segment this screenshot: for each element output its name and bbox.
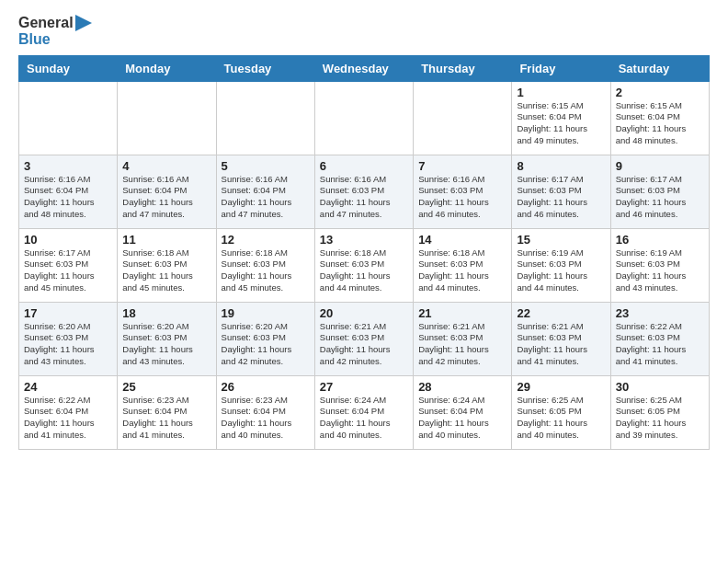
calendar-cell (314, 81, 413, 155)
day-info: Sunrise: 6:21 AMSunset: 6:03 PMDaylight:… (517, 321, 605, 368)
day-number: 18 (122, 306, 210, 320)
calendar-table: SundayMondayTuesdayWednesdayThursdayFrid… (18, 55, 710, 450)
day-number: 6 (320, 159, 408, 173)
calendar-cell: 13Sunrise: 6:18 AMSunset: 6:03 PMDayligh… (314, 228, 413, 302)
calendar-cell: 12Sunrise: 6:18 AMSunset: 6:03 PMDayligh… (216, 228, 314, 302)
day-info: Sunrise: 6:25 AMSunset: 6:05 PMDaylight:… (616, 395, 704, 442)
day-number: 14 (418, 233, 506, 247)
weekday-sunday: Sunday (19, 55, 118, 81)
day-info: Sunrise: 6:24 AMSunset: 6:04 PMDaylight:… (418, 395, 506, 442)
header: General Blue (18, 15, 710, 48)
day-info: Sunrise: 6:18 AMSunset: 6:03 PMDaylight:… (222, 247, 310, 294)
calendar-page: General Blue SundayMondayTuesdayWednesda… (0, 0, 728, 459)
calendar-cell: 27Sunrise: 6:24 AMSunset: 6:04 PMDayligh… (314, 375, 413, 449)
logo-arrow-icon (75, 15, 92, 31)
day-number: 2 (616, 86, 704, 99)
day-info: Sunrise: 6:16 AMSunset: 6:04 PMDaylight:… (122, 174, 210, 221)
day-number: 23 (616, 306, 704, 320)
day-info: Sunrise: 6:21 AMSunset: 6:03 PMDaylight:… (320, 321, 408, 368)
calendar-cell: 6Sunrise: 6:16 AMSunset: 6:03 PMDaylight… (314, 155, 413, 228)
day-number: 16 (616, 233, 704, 247)
day-info: Sunrise: 6:24 AMSunset: 6:04 PMDaylight:… (320, 395, 408, 442)
day-number: 15 (517, 233, 605, 247)
day-number: 3 (24, 159, 112, 173)
weekday-friday: Friday (512, 55, 610, 81)
calendar-cell: 4Sunrise: 6:16 AMSunset: 6:04 PMDaylight… (118, 155, 216, 228)
calendar-cell: 26Sunrise: 6:23 AMSunset: 6:04 PMDayligh… (216, 375, 314, 449)
calendar-cell: 17Sunrise: 6:20 AMSunset: 6:03 PMDayligh… (19, 302, 118, 375)
day-info: Sunrise: 6:17 AMSunset: 6:03 PMDaylight:… (616, 174, 704, 221)
calendar-cell: 18Sunrise: 6:20 AMSunset: 6:03 PMDayligh… (118, 302, 216, 375)
weekday-tuesday: Tuesday (216, 55, 314, 81)
day-info: Sunrise: 6:19 AMSunset: 6:03 PMDaylight:… (616, 247, 704, 294)
day-info: Sunrise: 6:16 AMSunset: 6:04 PMDaylight:… (24, 174, 112, 221)
calendar-cell (414, 81, 512, 155)
day-info: Sunrise: 6:17 AMSunset: 6:03 PMDaylight:… (24, 247, 112, 294)
day-number: 1 (517, 86, 605, 99)
calendar-cell: 16Sunrise: 6:19 AMSunset: 6:03 PMDayligh… (610, 228, 709, 302)
day-number: 21 (418, 306, 506, 320)
calendar-cell: 29Sunrise: 6:25 AMSunset: 6:05 PMDayligh… (512, 375, 610, 449)
day-info: Sunrise: 6:23 AMSunset: 6:04 PMDaylight:… (222, 395, 310, 442)
day-number: 20 (320, 306, 408, 320)
day-info: Sunrise: 6:18 AMSunset: 6:03 PMDaylight:… (320, 247, 408, 294)
day-number: 7 (418, 159, 506, 173)
day-number: 28 (418, 380, 506, 394)
calendar-cell (19, 81, 118, 155)
day-number: 29 (517, 380, 605, 394)
day-info: Sunrise: 6:21 AMSunset: 6:03 PMDaylight:… (418, 321, 506, 368)
calendar-cell: 2Sunrise: 6:15 AMSunset: 6:04 PMDaylight… (610, 81, 709, 155)
weekday-thursday: Thursday (414, 55, 512, 81)
day-number: 10 (24, 233, 112, 247)
day-number: 8 (517, 159, 605, 173)
day-number: 26 (222, 380, 310, 394)
calendar-cell: 19Sunrise: 6:20 AMSunset: 6:03 PMDayligh… (216, 302, 314, 375)
calendar-cell: 11Sunrise: 6:18 AMSunset: 6:03 PMDayligh… (118, 228, 216, 302)
day-info: Sunrise: 6:25 AMSunset: 6:05 PMDaylight:… (517, 395, 605, 442)
day-info: Sunrise: 6:19 AMSunset: 6:03 PMDaylight:… (517, 247, 605, 294)
calendar-cell: 5Sunrise: 6:16 AMSunset: 6:04 PMDaylight… (216, 155, 314, 228)
calendar-week-row: 1Sunrise: 6:15 AMSunset: 6:04 PMDaylight… (19, 81, 710, 155)
logo: General Blue (18, 15, 92, 48)
calendar-cell: 10Sunrise: 6:17 AMSunset: 6:03 PMDayligh… (19, 228, 118, 302)
calendar-cell: 24Sunrise: 6:22 AMSunset: 6:04 PMDayligh… (19, 375, 118, 449)
day-number: 19 (222, 306, 310, 320)
day-info: Sunrise: 6:20 AMSunset: 6:03 PMDaylight:… (122, 321, 210, 368)
day-info: Sunrise: 6:20 AMSunset: 6:03 PMDaylight:… (222, 321, 310, 368)
day-number: 12 (222, 233, 310, 247)
day-number: 25 (122, 380, 210, 394)
day-info: Sunrise: 6:16 AMSunset: 6:04 PMDaylight:… (222, 174, 310, 221)
day-number: 11 (122, 233, 210, 247)
day-info: Sunrise: 6:15 AMSunset: 6:04 PMDaylight:… (517, 100, 605, 147)
calendar-cell: 25Sunrise: 6:23 AMSunset: 6:04 PMDayligh… (118, 375, 216, 449)
day-number: 30 (616, 380, 704, 394)
day-number: 4 (122, 159, 210, 173)
calendar-cell (118, 81, 216, 155)
calendar-cell: 21Sunrise: 6:21 AMSunset: 6:03 PMDayligh… (414, 302, 512, 375)
calendar-cell: 3Sunrise: 6:16 AMSunset: 6:04 PMDaylight… (19, 155, 118, 228)
calendar-week-row: 3Sunrise: 6:16 AMSunset: 6:04 PMDaylight… (19, 155, 710, 228)
logo-blue-text: Blue (18, 31, 92, 48)
calendar-cell (216, 81, 314, 155)
calendar-cell: 8Sunrise: 6:17 AMSunset: 6:03 PMDaylight… (512, 155, 610, 228)
day-number: 17 (24, 306, 112, 320)
day-info: Sunrise: 6:18 AMSunset: 6:03 PMDaylight:… (418, 247, 506, 294)
weekday-saturday: Saturday (610, 55, 709, 81)
svg-marker-0 (75, 15, 92, 31)
day-number: 24 (24, 380, 112, 394)
calendar-cell: 30Sunrise: 6:25 AMSunset: 6:05 PMDayligh… (610, 375, 709, 449)
calendar-cell: 22Sunrise: 6:21 AMSunset: 6:03 PMDayligh… (512, 302, 610, 375)
day-info: Sunrise: 6:22 AMSunset: 6:03 PMDaylight:… (616, 321, 704, 368)
calendar-cell: 23Sunrise: 6:22 AMSunset: 6:03 PMDayligh… (610, 302, 709, 375)
day-number: 27 (320, 380, 408, 394)
day-info: Sunrise: 6:20 AMSunset: 6:03 PMDaylight:… (24, 321, 112, 368)
day-info: Sunrise: 6:23 AMSunset: 6:04 PMDaylight:… (122, 395, 210, 442)
day-number: 22 (517, 306, 605, 320)
calendar-cell: 9Sunrise: 6:17 AMSunset: 6:03 PMDaylight… (610, 155, 709, 228)
calendar-cell: 20Sunrise: 6:21 AMSunset: 6:03 PMDayligh… (314, 302, 413, 375)
weekday-monday: Monday (118, 55, 216, 81)
calendar-week-row: 24Sunrise: 6:22 AMSunset: 6:04 PMDayligh… (19, 375, 710, 449)
calendar-cell: 1Sunrise: 6:15 AMSunset: 6:04 PMDaylight… (512, 81, 610, 155)
day-info: Sunrise: 6:16 AMSunset: 6:03 PMDaylight:… (418, 174, 506, 221)
calendar-cell: 14Sunrise: 6:18 AMSunset: 6:03 PMDayligh… (414, 228, 512, 302)
